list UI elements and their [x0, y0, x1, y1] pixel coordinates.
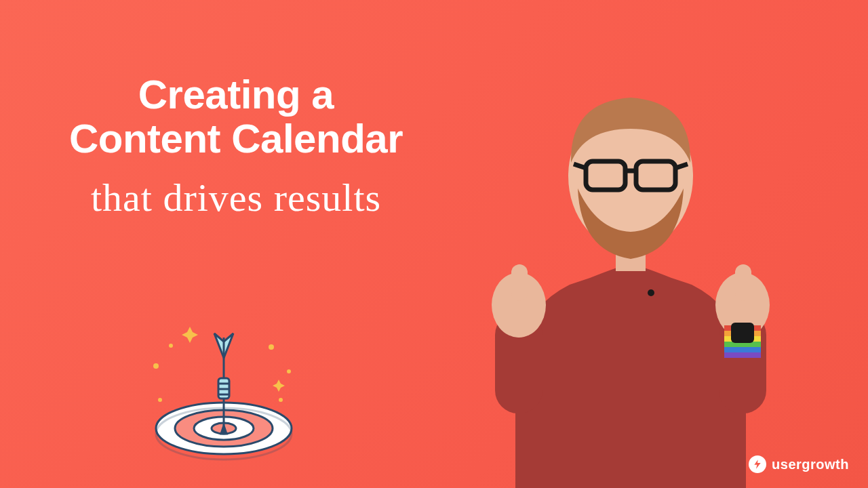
thumbnail-stage: Creating a Content Calendar that drives …: [0, 0, 868, 488]
svg-rect-36: [731, 323, 754, 343]
brand-mark: usergrowth: [749, 455, 849, 473]
svg-rect-29: [735, 264, 751, 301]
brand-text: usergrowth: [772, 457, 849, 472]
svg-point-1: [169, 344, 173, 348]
target-dart-icon: [136, 319, 312, 468]
svg-point-0: [153, 363, 159, 369]
svg-rect-26: [511, 264, 528, 301]
svg-point-2: [269, 344, 274, 350]
svg-point-5: [158, 398, 162, 402]
svg-point-3: [287, 369, 291, 373]
headline-line-2: Content Calendar: [33, 117, 439, 161]
svg-point-4: [279, 398, 283, 402]
headline-sub: that drives results: [33, 176, 439, 220]
svg-rect-34: [724, 347, 761, 352]
bolt-icon: [749, 455, 766, 473]
svg-point-37: [648, 289, 654, 296]
headline-line-1: Creating a: [33, 73, 439, 117]
presenter-figure: [420, 27, 841, 488]
svg-rect-35: [724, 352, 761, 358]
headline-block: Creating a Content Calendar that drives …: [33, 73, 439, 219]
